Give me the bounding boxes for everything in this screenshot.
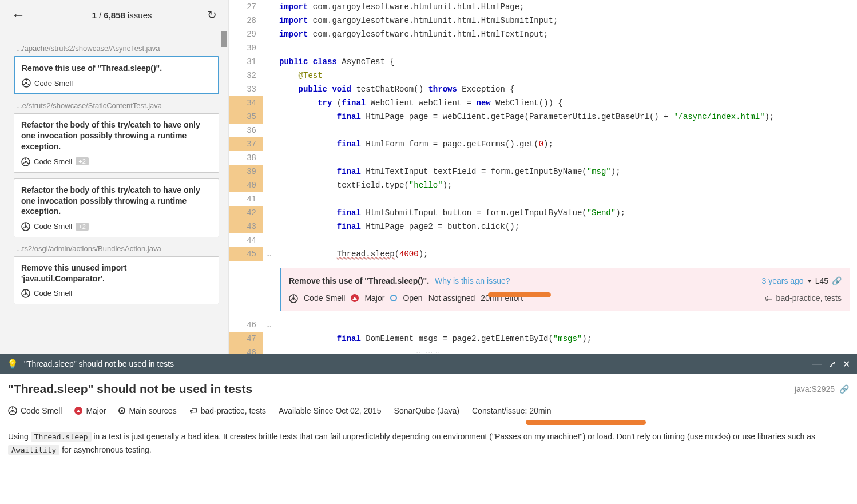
file-path[interactable]: ...e/struts2/showcase/StaticContentTest.… — [16, 101, 217, 110]
rule-available: Available Since Oct 02, 2015 — [279, 406, 382, 415]
tag-icon: 🏷 — [189, 406, 197, 415]
issue-line: L45 — [815, 274, 828, 288]
code-chip: Awaitility — [8, 445, 59, 455]
code-line: 34 try (final WebClient webClient = new … — [229, 96, 857, 110]
rule-engine: SonarQube (Java) — [394, 406, 459, 415]
line-number[interactable]: 42 — [229, 206, 263, 220]
highlight-marker — [488, 292, 551, 297]
line-number[interactable]: 43 — [229, 220, 263, 233]
open-icon — [390, 295, 397, 301]
line-number[interactable]: 47 — [229, 332, 263, 346]
issue-meta: Code Smell+2 — [21, 157, 212, 166]
code-line: 40 textField.type("hello"); — [229, 178, 857, 192]
code-text: textField.type("hello"); — [263, 178, 452, 192]
issues-list[interactable]: .../apache/struts2/showcase/AsyncTest.ja… — [0, 31, 228, 354]
issue-card[interactable]: Refactor the body of this try/catch to h… — [14, 113, 219, 172]
line-number[interactable]: 34 — [229, 96, 263, 110]
rule-constant: Constant/issue: 20min — [472, 406, 552, 415]
line-number[interactable]: 28 — [229, 14, 263, 27]
line-number[interactable]: 44 — [229, 233, 263, 247]
inline-tags[interactable]: bad-practice, tests — [776, 291, 842, 305]
minimize-icon[interactable]: — — [812, 359, 822, 369]
line-number[interactable]: 46 — [229, 318, 263, 332]
line-number[interactable]: 31 — [229, 55, 263, 69]
inline-severity[interactable]: Major — [364, 291, 384, 305]
bulb-icon: 💡 — [7, 359, 18, 370]
scope-icon — [118, 407, 125, 414]
code-text: import com.gargoylesoftware.htmlunit.htm… — [263, 14, 558, 27]
issue-title: Refactor the body of this try/catch to h… — [21, 185, 212, 217]
major-icon — [74, 407, 82, 415]
rule-panel: "Thread.sleep" should not be used in tes… — [0, 374, 857, 504]
tag-icon: 🏷 — [765, 291, 773, 305]
rule-type: Code Smell — [8, 406, 62, 415]
line-number[interactable]: 36 — [229, 124, 263, 137]
why-link[interactable]: Why is this an issue? — [435, 276, 510, 285]
svg-point-5 — [25, 225, 27, 228]
line-number[interactable]: 38 — [229, 151, 263, 165]
expand-icon[interactable]: ⤢ — [828, 359, 836, 370]
line-number[interactable]: 41 — [229, 192, 263, 206]
caret-down-icon[interactable] — [807, 280, 812, 283]
permalink-icon[interactable]: 🔗 — [832, 274, 842, 288]
issue-meta: Code Smell — [21, 289, 212, 299]
link-icon[interactable]: 🔗 — [839, 384, 849, 394]
line-number[interactable]: 30 — [229, 41, 263, 55]
issue-type: Code Smell — [34, 79, 73, 88]
code-text: @Test — [263, 69, 323, 82]
line-number[interactable]: 39 — [229, 165, 263, 178]
issue-card[interactable]: Remove this unused import 'java.util.Com… — [14, 256, 219, 304]
inline-status[interactable]: Open — [403, 291, 422, 305]
rule-tags[interactable]: 🏷bad-practice, tests — [189, 406, 266, 415]
file-path[interactable]: ...ts2/osgi/admin/actions/BundlesAction.… — [16, 244, 217, 253]
line-number[interactable]: 33 — [229, 82, 263, 96]
line-number[interactable]: 37 — [229, 137, 263, 151]
code-line: 29import com.gargoylesoftware.htmlunit.h… — [229, 27, 857, 41]
back-arrow-icon[interactable]: ← — [11, 7, 25, 23]
svg-point-9 — [292, 297, 295, 300]
code-text: import com.gargoylesoftware.htmlunit.htm… — [263, 27, 549, 41]
line-number[interactable]: 35 — [229, 110, 263, 124]
counter-label: issues — [128, 10, 152, 20]
reload-icon[interactable]: ↻ — [207, 8, 217, 22]
code-smell-icon — [289, 291, 298, 305]
code-line: 39 final HtmlTextInput textField = form.… — [229, 165, 857, 178]
extra-badge: +2 — [76, 223, 89, 231]
inline-type[interactable]: Code Smell — [304, 291, 345, 305]
issue-card[interactable]: Remove this use of "Thread.sleep()".Code… — [14, 56, 219, 94]
drag-handle-icon[interactable]: :::::::::: — [416, 349, 441, 354]
code-line: 28import com.gargoylesoftware.htmlunit.h… — [229, 14, 857, 27]
line-number[interactable]: 40 — [229, 178, 263, 192]
code-text — [263, 41, 279, 55]
inline-assignee[interactable]: Not assigned — [428, 291, 475, 305]
issue-age[interactable]: 3 years ago — [761, 274, 803, 288]
file-path[interactable]: .../apache/struts2/showcase/AsyncTest.ja… — [16, 44, 217, 53]
scrollbar-thumb[interactable] — [221, 31, 227, 47]
line-number[interactable]: 32 — [229, 69, 263, 82]
code-scroll[interactable]: 27import com.gargoylesoftware.htmlunit.h… — [229, 0, 857, 354]
line-number[interactable]: 45 — [229, 247, 263, 261]
code-text: final HtmlPage page = webClient.getPage(… — [263, 110, 774, 124]
code-line: 27import com.gargoylesoftware.htmlunit.h… — [229, 0, 857, 14]
code-line: 41 — [229, 192, 857, 206]
code-line: 37 final HtmlForm form = page.getForms()… — [229, 137, 857, 151]
scrollbar-track — [221, 31, 227, 354]
line-number[interactable]: 27 — [229, 0, 263, 14]
issue-type: Code Smell — [34, 157, 72, 166]
issue-title: Refactor the body of this try/catch to h… — [21, 120, 212, 152]
code-line: 45 Thread.sleep(4000); — [229, 247, 857, 261]
inline-issue-box: Remove this use of "Thread.sleep()". Why… — [280, 268, 850, 311]
issue-type: Code Smell — [34, 289, 72, 297]
issue-card[interactable]: Refactor the body of this try/catch to h… — [14, 178, 219, 237]
line-number[interactable]: 48 — [229, 346, 263, 354]
code-text — [263, 346, 279, 354]
inline-issue-title: Remove this use of "Thread.sleep()". — [289, 276, 429, 285]
close-icon[interactable]: ✕ — [843, 359, 850, 370]
sidebar-header: ← 1 / 6,858 issues ↻ — [0, 0, 228, 31]
rule-key-text: java:S2925 — [795, 384, 835, 394]
code-smell-icon — [8, 406, 17, 415]
code-chip: Thread.sleep — [31, 432, 92, 442]
code-line: 36 — [229, 124, 857, 137]
line-number[interactable]: 29 — [229, 27, 263, 41]
rule-severity: Major — [74, 406, 106, 415]
